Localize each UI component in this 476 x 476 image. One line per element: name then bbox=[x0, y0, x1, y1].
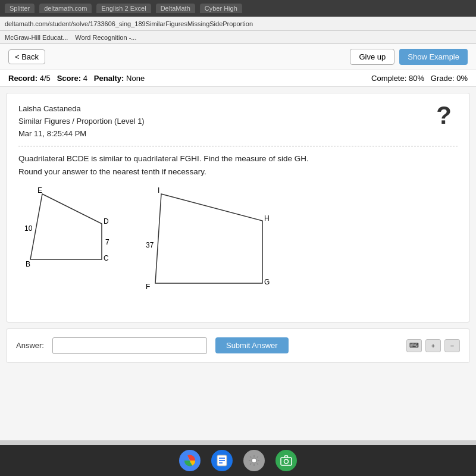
taskbar-camera-icon[interactable] bbox=[275, 450, 297, 471]
taskbar-files-icon[interactable] bbox=[211, 450, 233, 471]
svg-marker-1 bbox=[155, 194, 262, 283]
minus-icon[interactable]: − bbox=[444, 339, 460, 352]
question-mark-icon[interactable]: ? bbox=[436, 103, 452, 128]
problem-line1: Quadrilateral BCDE is similar to quadril… bbox=[18, 152, 458, 165]
bookmarks-bar: McGraw-Hill Educat... Word Recognition -… bbox=[0, 31, 476, 44]
label-F: F bbox=[146, 283, 150, 291]
tab-english[interactable]: English 2 Excel bbox=[96, 4, 151, 13]
problem-text: Quadrilateral BCDE is similar to quadril… bbox=[18, 152, 458, 178]
nav-right-buttons: Give up Show Example bbox=[350, 49, 468, 65]
figure2: I H G F 37 bbox=[143, 188, 274, 298]
student-topic: Similar Figures / Proportion (Level 1) bbox=[18, 115, 458, 128]
taskbar-settings-icon[interactable] bbox=[243, 450, 265, 471]
svg-point-7 bbox=[252, 458, 256, 463]
main-content: < Back Give up Show Example Record: 4/5 … bbox=[0, 44, 476, 440]
right-info: Complete: 80% Grade: 0% bbox=[371, 74, 468, 83]
give-up-button[interactable]: Give up bbox=[350, 49, 394, 65]
label-side-37: 37 bbox=[146, 241, 154, 249]
problem-card: Laisha Castaneda Similar Figures / Propo… bbox=[6, 93, 470, 322]
svg-rect-8 bbox=[281, 458, 292, 465]
bookmark-mcgraw[interactable]: McGraw-Hill Educat... bbox=[5, 34, 68, 41]
figure1: E D C B 10 7 bbox=[24, 188, 126, 277]
taskbar-chrome-icon[interactable] bbox=[179, 450, 201, 471]
submit-answer-button[interactable]: Submit Answer bbox=[215, 337, 289, 353]
back-button[interactable]: < Back bbox=[8, 49, 45, 64]
answer-row: ⌨ + − Answer: Submit Answer bbox=[6, 328, 470, 363]
url-bar: deltamath.com/student/solve/1733606_sing… bbox=[5, 20, 471, 27]
label-side-7: 7 bbox=[105, 238, 109, 246]
taskbar bbox=[0, 445, 476, 476]
label-B: B bbox=[26, 260, 30, 268]
answer-input[interactable] bbox=[52, 337, 207, 354]
left-info: Record: 4/5 Score: 4 Penalty: None bbox=[8, 74, 145, 83]
svg-rect-4 bbox=[219, 458, 225, 459]
top-nav: < Back Give up Show Example bbox=[0, 44, 476, 70]
svg-point-9 bbox=[284, 459, 289, 464]
label-E: E bbox=[37, 186, 42, 195]
svg-rect-6 bbox=[219, 462, 223, 464]
tab-deltamath[interactable]: deltamath.com bbox=[39, 4, 92, 13]
figures-container: E D C B 10 7 I H G F 37 bbox=[24, 188, 458, 298]
answer-label: Answer: bbox=[16, 341, 44, 350]
record-info: Record: 4/5 Score: 4 Penalty: None bbox=[8, 74, 145, 83]
svg-marker-0 bbox=[30, 194, 102, 259]
bookmark-word[interactable]: Word Recognition -... bbox=[75, 34, 136, 41]
tab-splitter[interactable]: Splitter bbox=[5, 4, 35, 13]
label-H: H bbox=[264, 214, 270, 223]
label-C: C bbox=[104, 254, 109, 262]
show-example-button[interactable]: Show Example bbox=[399, 49, 468, 65]
url-bar-row: deltamath.com/student/solve/1733606_sing… bbox=[0, 17, 476, 31]
label-side-10: 10 bbox=[24, 224, 33, 233]
student-info: Laisha Castaneda Similar Figures / Propo… bbox=[18, 103, 458, 140]
tab-cyberhigh[interactable]: Cyber High bbox=[200, 4, 242, 13]
label-I: I bbox=[158, 186, 159, 195]
divider bbox=[18, 146, 458, 146]
label-G: G bbox=[264, 278, 270, 286]
label-D: D bbox=[104, 217, 109, 226]
answer-icons: ⌨ + − bbox=[406, 339, 460, 352]
student-name: Laisha Castaneda bbox=[18, 103, 458, 115]
problem-line2: Round your answer to the nearest tenth i… bbox=[18, 165, 458, 178]
plus-icon[interactable]: + bbox=[425, 339, 441, 352]
tab-deltamath2[interactable]: DeltaMath bbox=[156, 4, 195, 13]
svg-rect-5 bbox=[219, 460, 225, 461]
keyboard-icon[interactable]: ⌨ bbox=[406, 339, 422, 352]
student-date: Mar 11, 8:25:44 PM bbox=[18, 128, 458, 140]
record-bar: Record: 4/5 Score: 4 Penalty: None Compl… bbox=[0, 70, 476, 87]
browser-chrome: Splitter deltamath.com English 2 Excel D… bbox=[0, 0, 476, 17]
